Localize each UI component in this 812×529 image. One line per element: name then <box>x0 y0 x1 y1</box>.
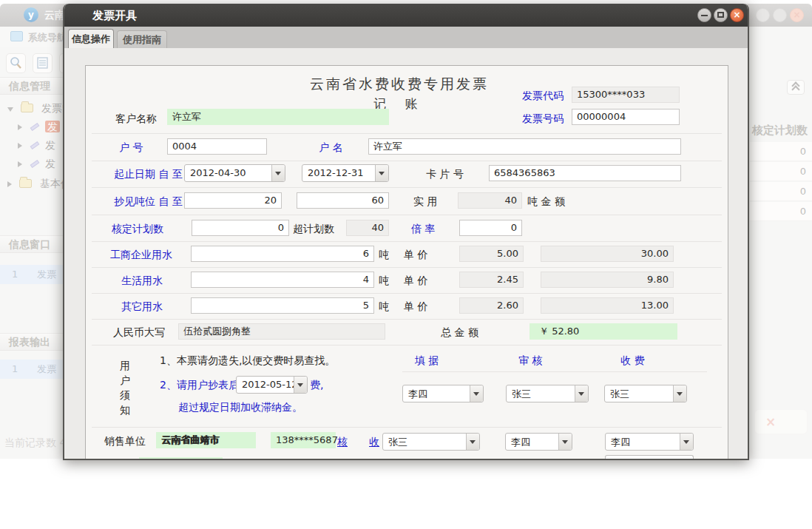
combo-value: 张三 <box>610 388 629 401</box>
chevron-down-icon[interactable] <box>575 385 588 402</box>
unit-price-field: 2.45 <box>459 272 524 288</box>
tab-user-guide[interactable]: 使用指南 <box>117 30 167 48</box>
card-no-field[interactable]: 6584365863 <box>489 165 681 181</box>
notice-line-3: 超过规定日期加收滞纳金。 <box>178 401 302 414</box>
dialog-minimize-button[interactable] <box>697 8 711 22</box>
meter-reading-label: 抄见吨位 自 至 <box>114 195 183 209</box>
amount-field: 13.00 <box>541 297 674 314</box>
dialog-body: 云南省水费收费专用发票 记 账 发票代码 15300****033 客户名称 许… <box>63 48 749 460</box>
bottom-combo-2[interactable]: 李四 <box>505 433 572 451</box>
unit-price-label: 单 价 <box>404 300 427 314</box>
combo-value: 张三 <box>512 388 531 401</box>
over-plan-label: 超计划数 <box>293 223 334 236</box>
actual-usage-field: 40 <box>458 192 522 209</box>
period-from-combo[interactable]: 2012-04-30 <box>184 164 285 182</box>
usage-qty-field[interactable]: 6 <box>191 246 374 262</box>
divider <box>92 293 722 294</box>
account-no-label: 户 号 <box>119 141 143 155</box>
chevron-down-icon[interactable] <box>470 385 483 402</box>
sign-fill-combo[interactable]: 李四 <box>402 385 484 402</box>
customer-name-label: 客户名称 <box>115 112 157 126</box>
partial-collect-label: 收 <box>369 436 379 449</box>
divider <box>92 161 722 161</box>
invoice-number-field[interactable]: 00000004 <box>572 109 680 125</box>
unit-price-field: 5.00 <box>459 246 524 262</box>
chevron-down-icon[interactable] <box>558 434 572 450</box>
dialog-titlebar: 发票开具 × <box>63 4 749 27</box>
close-icon: × <box>731 9 743 21</box>
customer-name-field[interactable]: 许立军 <box>167 109 389 125</box>
minimize-icon <box>701 15 708 16</box>
sign-label-collect: 收 费 <box>620 354 644 368</box>
divider <box>92 267 722 268</box>
divider <box>92 133 722 134</box>
invoice-code-field: 15300****033 <box>572 87 680 103</box>
meter-to-field[interactable]: 60 <box>297 192 389 209</box>
cut-row-combo <box>605 455 694 460</box>
seller-label: 销售单位 <box>104 435 146 448</box>
meter-from-field[interactable]: 20 <box>184 192 282 209</box>
dialog-close-button[interactable]: × <box>730 8 744 22</box>
invoice-code-label: 发票代码 <box>522 90 564 103</box>
divider <box>92 241 722 242</box>
account-name-field[interactable]: 许立军 <box>368 138 681 155</box>
usage-qty-field[interactable]: 4 <box>191 272 374 288</box>
chevron-down-icon[interactable] <box>294 377 307 393</box>
divider <box>92 215 722 215</box>
dialog-title: 发票开具 <box>92 9 137 23</box>
actual-usage-label: 实 用 <box>413 195 437 209</box>
total-amount-field: ￥ 52.80 <box>530 323 677 340</box>
sign-label-review: 审 核 <box>518 354 542 368</box>
period-label: 起止日期 自 至 <box>114 168 183 181</box>
bottom-combo-1[interactable]: 张三 <box>382 433 480 451</box>
usage-row-label: 生活用水 <box>121 274 163 288</box>
tab-info-operation[interactable]: 信息操作 <box>68 29 114 48</box>
invoice-dialog: 发票开具 × 信息操作 使用指南 云南省水费收费专用发票 记 账 发票代码 15… <box>63 4 749 460</box>
sign-label-fill: 填 据 <box>415 354 439 368</box>
bottom-combo-3[interactable]: 李四 <box>605 433 694 451</box>
screen: y 云南省水 × 系统导航 信息 <box>0 0 812 529</box>
unit-price-field: 2.60 <box>459 297 524 314</box>
combo-value: 2012-04-30 <box>190 167 246 178</box>
unit-price-label: 单 价 <box>404 274 427 288</box>
chevron-down-icon[interactable] <box>375 165 388 181</box>
ton-amount-label: 吨 金 额 <box>527 195 565 209</box>
unit-label: 吨 <box>379 300 389 314</box>
notice-date-combo[interactable]: 2012-05-12 <box>236 376 308 394</box>
combo-value: 2012-12-31 <box>308 167 364 178</box>
dialog-maximize-button[interactable] <box>714 8 728 22</box>
divider <box>92 319 722 320</box>
maximize-icon <box>717 12 724 18</box>
usage-row-label: 工商企业用水 <box>110 249 172 262</box>
account-no-field[interactable]: 0004 <box>167 138 267 155</box>
rate-label: 倍 率 <box>411 223 435 236</box>
amount-field: 30.00 <box>541 246 674 262</box>
invoice-panel: 云南省水费收费专用发票 记 账 发票代码 15300****033 客户名称 许… <box>85 65 728 460</box>
combo-value: 李四 <box>611 436 630 449</box>
rate-field[interactable]: 0 <box>459 220 522 236</box>
user-notice-title: 用户须知 <box>120 358 132 417</box>
period-to-combo[interactable]: 2012-12-31 <box>302 164 389 182</box>
chevron-down-icon[interactable] <box>673 385 686 402</box>
phone-field[interactable]: 138****5687 <box>271 432 336 448</box>
total-amount-label: 总 金 额 <box>441 326 478 340</box>
unit-label: 吨 <box>379 274 389 288</box>
card-no-label: 卡 片 号 <box>426 168 464 181</box>
combo-value: 张三 <box>388 436 407 449</box>
seller-field[interactable]: 云南省曲靖市 <box>156 432 256 448</box>
dialog-tabbar: 信息操作 使用指南 <box>63 27 749 48</box>
over-plan-field: 40 <box>346 220 389 236</box>
sign-review-combo[interactable]: 张三 <box>506 385 589 402</box>
sign-collect-combo[interactable]: 张三 <box>604 385 687 402</box>
chevron-down-icon[interactable] <box>466 434 479 450</box>
combo-value: 2012-05-12 <box>242 379 298 390</box>
chevron-down-icon[interactable] <box>271 165 285 181</box>
divider <box>92 427 722 428</box>
amount-field: 9.80 <box>541 272 674 288</box>
approved-plan-field[interactable]: 0 <box>192 220 289 236</box>
capital-amount-field: 伍拾贰圆捌角整 <box>178 323 385 340</box>
account-name-label: 户 名 <box>319 141 342 155</box>
usage-qty-field[interactable]: 5 <box>191 297 374 314</box>
chevron-down-icon[interactable] <box>680 434 693 450</box>
unit-label: 吨 <box>379 249 389 262</box>
